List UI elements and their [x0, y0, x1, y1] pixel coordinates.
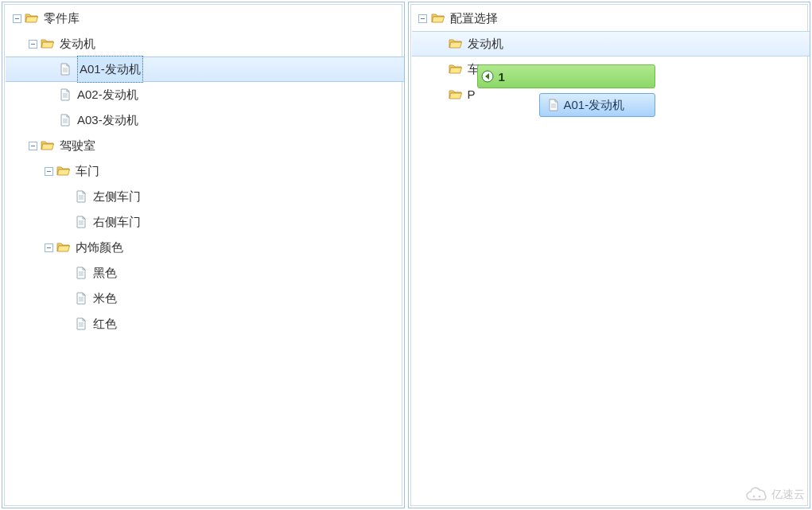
node-label: 黑色	[93, 260, 117, 286]
node-label: 车门	[76, 158, 99, 184]
tree-leaf-engine-a03[interactable]: A03-发动机	[6, 107, 404, 133]
tree-leaf-door-right[interactable]: 右侧车门	[6, 209, 404, 235]
collapse-icon[interactable]	[26, 37, 39, 50]
tree-leaf-engine-a02[interactable]: A02-发动机	[6, 82, 404, 107]
tree-node-cab[interactable]: 驾驶室	[6, 133, 404, 158]
folder-open-icon	[431, 11, 445, 25]
collapse-icon[interactable]	[42, 165, 55, 177]
left-panel: 零件库 发动机 A01-发动机 A02-发动机 A03-发动机	[2, 2, 405, 508]
node-label: A03-发动机	[77, 107, 138, 133]
tree-node-root[interactable]: 配置选择	[412, 6, 810, 31]
folder-open-icon	[56, 240, 71, 255]
tree-node-engine[interactable]: 发动机	[6, 31, 404, 56]
config-tree[interactable]: 配置选择 发动机 车 P 1	[409, 2, 810, 107]
collapse-icon[interactable]	[10, 12, 23, 25]
folder-open-icon	[56, 164, 71, 178]
tree-node-root[interactable]: 零件库	[6, 6, 404, 31]
node-label: 米色	[93, 286, 117, 311]
node-label: P	[468, 82, 476, 107]
file-icon	[58, 88, 72, 102]
tree-node-door[interactable]: 车门	[6, 158, 404, 184]
tree-leaf-color-beige[interactable]: 米色	[6, 286, 404, 311]
tree-node-color[interactable]: 内饰颜色	[6, 235, 404, 260]
tree-leaf-color-black[interactable]: 黑色	[6, 260, 404, 286]
node-label: 驾驶室	[60, 133, 95, 158]
tree-leaf-color-red[interactable]: 红色	[6, 311, 404, 337]
node-label: 左侧车门	[93, 184, 141, 209]
node-label: 车	[468, 56, 480, 82]
dual-tree-layout: 零件库 发动机 A01-发动机 A02-发动机 A03-发动机	[0, 0, 812, 510]
node-label: 配置选择	[450, 6, 498, 31]
node-label: A02-发动机	[77, 82, 138, 107]
collapse-icon[interactable]	[42, 241, 55, 254]
tree-leaf-door-left[interactable]: 左侧车门	[6, 184, 404, 209]
collapse-icon[interactable]	[417, 12, 429, 25]
file-icon	[74, 215, 88, 229]
node-label: 发动机	[468, 31, 503, 56]
folder-open-icon	[25, 11, 39, 25]
node-label: 零件库	[44, 6, 80, 31]
node-label: 发动机	[60, 31, 95, 56]
right-panel: 配置选择 发动机 车 P 1	[408, 2, 811, 508]
file-icon	[58, 113, 72, 127]
tree-node-partial-1[interactable]: 车	[412, 56, 810, 82]
folder-open-icon	[449, 37, 463, 51]
watermark: 亿速云	[744, 487, 805, 503]
file-icon	[74, 317, 88, 331]
file-icon	[74, 266, 88, 280]
tree-node-partial-2[interactable]: P	[412, 82, 810, 107]
collapse-icon[interactable]	[26, 139, 39, 152]
file-icon	[74, 189, 88, 204]
folder-open-icon	[449, 88, 463, 102]
tree-node-engine[interactable]: 发动机	[412, 31, 810, 56]
node-label: 红色	[93, 311, 117, 337]
node-label: 右侧车门	[93, 209, 141, 235]
node-label: A01-发动机	[77, 56, 143, 83]
file-icon	[58, 62, 72, 76]
folder-open-icon	[41, 138, 55, 153]
watermark-text: 亿速云	[771, 488, 805, 502]
parts-library-tree[interactable]: 零件库 发动机 A01-发动机 A02-发动机 A03-发动机	[2, 2, 404, 337]
tree-leaf-engine-a01[interactable]: A01-发动机	[6, 56, 404, 82]
folder-open-icon	[449, 62, 463, 76]
node-label: 内饰颜色	[76, 235, 123, 260]
folder-open-icon	[41, 37, 55, 51]
cloud-icon	[744, 487, 770, 503]
file-icon	[74, 291, 88, 306]
